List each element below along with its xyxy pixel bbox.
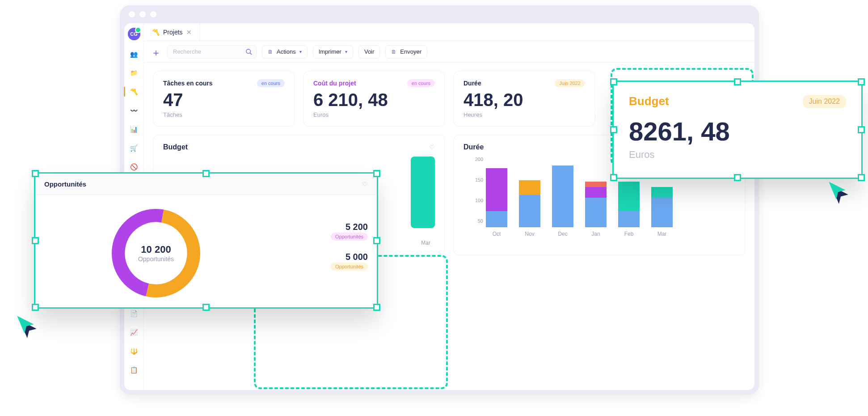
resize-handle[interactable] [32, 170, 39, 177]
actions-button[interactable]: 🗎 Actions ▾ [262, 45, 308, 59]
bar-segment [651, 187, 673, 198]
floating-budget-card[interactable]: Budget Juin 2022 8261, 48 Euros [612, 81, 863, 179]
search-icon [245, 48, 253, 57]
resize-handle[interactable] [373, 170, 380, 177]
resize-handle[interactable] [373, 237, 380, 244]
add-button[interactable]: ＋ [150, 46, 162, 58]
resize-handle[interactable] [373, 304, 380, 311]
bar-stack [618, 182, 640, 227]
resize-handle[interactable] [610, 78, 617, 85]
resize-handle[interactable] [202, 170, 210, 177]
stat-card-duration: Durée Juin 2022 418, 20 Heures [453, 71, 595, 127]
chart-icon[interactable]: 📈 [129, 327, 139, 337]
cart-icon[interactable]: 🛒 [129, 143, 139, 153]
button-label: Envoyer [400, 48, 421, 55]
bar-segment [486, 168, 507, 211]
svg-line-1 [250, 53, 252, 55]
opp-value: 5 200 [331, 222, 368, 232]
resize-handle[interactable] [32, 237, 39, 244]
bar-stack [585, 182, 607, 227]
bar-stack [486, 168, 507, 227]
bar-slot: Mar [651, 187, 673, 237]
view-button[interactable]: Voir [358, 45, 380, 59]
stat-card-tasks: Tâches en cours en cours 47 Tâches [153, 71, 295, 127]
stat-unit: Heures [463, 111, 585, 118]
bar-segment [486, 211, 507, 227]
panel-title: Durée [463, 143, 484, 151]
y-tick: 200 [475, 157, 483, 162]
heart-icon[interactable]: ♡ [362, 181, 368, 188]
bar-slot: Feb [618, 182, 640, 237]
x-label: Feb [624, 231, 634, 237]
y-tick: 50 [478, 218, 483, 224]
users-icon[interactable]: 👥 [129, 49, 139, 59]
panel-title: Budget [163, 143, 188, 151]
bar-stack [552, 166, 573, 227]
print-button[interactable]: Imprimer ▾ [313, 45, 353, 59]
folder-icon[interactable]: 📁 [129, 68, 139, 78]
trend-icon: 〽️ [152, 29, 160, 36]
status-badge: Juin 2022 [555, 79, 585, 87]
trend-icon[interactable]: 〽️ [129, 87, 139, 97]
bar-segment [585, 187, 607, 198]
bar-stack [651, 187, 673, 227]
x-label: Mar [657, 231, 667, 237]
tab-projets[interactable]: 〽️ Projets ✕ [144, 23, 200, 41]
resize-handle[interactable] [202, 304, 210, 311]
list-icon[interactable]: 📋 [129, 365, 139, 375]
document-icon: 🗎 [391, 49, 396, 55]
toolbar: ＋ Recherche 🗎 Actions ▾ Imprimer ▾ [144, 41, 754, 63]
cursor-icon [14, 313, 37, 335]
bar-segment [618, 182, 640, 211]
search-placeholder: Recherche [173, 48, 201, 55]
opp-value: 5 000 [331, 252, 368, 262]
stat-value: 6 210, 48 [313, 90, 435, 110]
bar-segment [519, 195, 540, 227]
status-badge: en cours [407, 79, 435, 87]
bar-segment [651, 198, 673, 227]
floating-opportunities-panel[interactable]: Opportunités ♡ 10 200 Opportunités 5 200… [34, 172, 378, 309]
bar-stack [519, 180, 540, 227]
x-label: Nov [525, 231, 534, 237]
fork-icon[interactable]: 🔱 [129, 346, 139, 356]
search-input[interactable]: Recherche [167, 45, 257, 59]
wave-icon[interactable]: 〰️ [129, 106, 139, 115]
resize-handle[interactable] [610, 126, 617, 133]
traffic-dot [139, 11, 146, 17]
status-badge: en cours [257, 79, 285, 87]
panel-title: Opportunités [44, 180, 86, 188]
y-axis: 200 150 100 50 [463, 157, 483, 224]
stat-title: Tâches en cours [163, 80, 213, 87]
panel-title: Budget [629, 94, 669, 108]
heart-icon[interactable]: ♡ [429, 144, 435, 151]
tabbar: 〽️ Projets ✕ [144, 23, 754, 41]
y-tick: 100 [475, 198, 483, 203]
avatar[interactable]: CG [128, 28, 140, 40]
x-label: Oct [493, 231, 501, 237]
x-label: Mar [421, 240, 430, 246]
bar-segment [519, 180, 540, 195]
block-icon[interactable]: 🚫 [129, 162, 139, 172]
resize-handle[interactable] [858, 174, 865, 181]
stat-value: 47 [163, 90, 285, 110]
status-badge: Juin 2022 [803, 95, 846, 108]
opp-label-badge: Opportunités [331, 263, 368, 271]
resize-handle[interactable] [32, 304, 39, 311]
resize-handle[interactable] [610, 174, 617, 181]
resize-handle[interactable] [858, 126, 865, 133]
bars-icon[interactable]: 📊 [129, 124, 139, 134]
resize-handle[interactable] [734, 78, 741, 85]
window-titlebar [120, 5, 759, 23]
stat-title: Durée [463, 80, 481, 87]
resize-handle[interactable] [858, 78, 865, 85]
bar-slot: Nov [519, 180, 540, 237]
button-label: Imprimer [319, 48, 341, 55]
bar-segment [585, 182, 607, 187]
stat-value: 8261, 48 [629, 116, 846, 146]
stat-value: 418, 20 [463, 90, 585, 110]
button-label: Actions [277, 48, 296, 55]
resize-handle[interactable] [734, 174, 741, 181]
send-button[interactable]: 🗎 Envoyer [385, 45, 427, 59]
cursor-icon [826, 179, 848, 201]
close-icon[interactable]: ✕ [186, 29, 192, 36]
